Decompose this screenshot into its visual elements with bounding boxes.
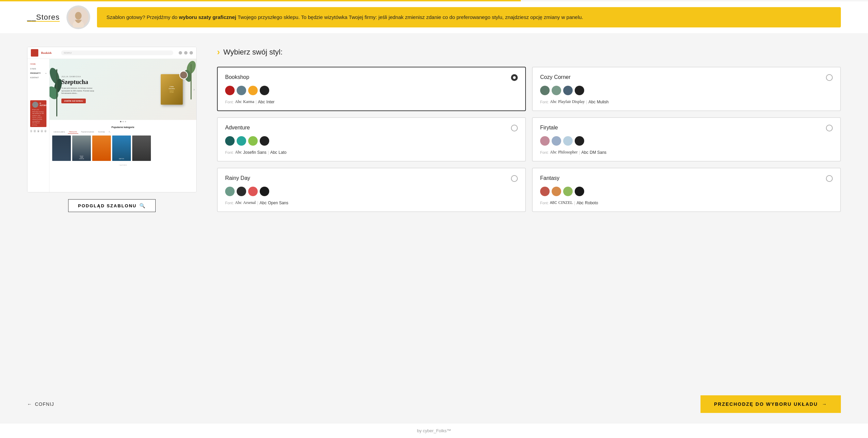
sim-menu-home: HOME — [27, 62, 49, 66]
color-dot-bookshop-3 — [260, 86, 269, 95]
card-name-adventure: Adventure — [225, 125, 250, 131]
radio-firytale — [826, 125, 833, 131]
color-dot-firytale-0 — [540, 136, 550, 146]
style-card-firytale[interactable]: Firytale Font: Abc Philosopher | Abc DM … — [532, 117, 841, 162]
back-button[interactable]: ← COFNIJ — [27, 401, 54, 407]
color-dot-cozy-corner-0 — [540, 86, 550, 95]
font-secondary-sample-adventure: Abc — [270, 150, 277, 155]
sim-menu-onas: O NAS — [27, 66, 49, 71]
color-dot-bookshop-2 — [248, 86, 258, 95]
back-button-label: COFNIJ — [35, 401, 54, 407]
card-fonts-bookshop: Font: Abc Karma | Abc Inter — [225, 99, 518, 104]
sim-ig: ◎ — [44, 130, 46, 132]
font-primary-name-fantasy: CINZEL — [558, 200, 573, 205]
font-secondary-name-fantasy: Roboto — [585, 201, 598, 205]
color-dot-firytale-3 — [575, 136, 584, 146]
font-divider-fantasy: | — [574, 201, 575, 205]
sim-social: f P ▶ ✦ ◎ — [27, 128, 49, 134]
sim-categories: Popularne kategorie Literatura piękna Hi… — [50, 123, 196, 164]
search-icon: 🔍 — [139, 203, 146, 208]
card-colors-cozy-corner — [540, 86, 833, 95]
main-content: Bookish SZUKAJ HOME O NAS — [0, 33, 868, 389]
font-primary-name-bookshop: Karma — [243, 99, 254, 104]
heading-arrow: › — [217, 47, 220, 57]
sim-about-box: O AUTORCE W tym polu tekstowym możesz wp… — [30, 100, 46, 127]
sim-author-photo — [179, 71, 188, 79]
sim-hero-subtitle: JULIA SAWICKA — [61, 76, 159, 78]
svg-rect-9 — [191, 64, 192, 100]
color-dot-adventure-3 — [260, 136, 269, 146]
sim-icon-cart — [190, 51, 193, 55]
color-dot-cozy-corner-3 — [575, 86, 584, 95]
style-card-rainy-day[interactable]: Rainy Day Font: Abc Arsenal | Abc Open S… — [217, 168, 526, 212]
sim-book-2: ZałuskiDWAODBICIA — [72, 135, 91, 161]
color-dot-fantasy-3 — [575, 187, 584, 196]
next-button-label: PRZECHODZĘ DO WYBORU UKŁADU — [714, 401, 818, 407]
card-name-cozy-corner: Cozy Corner — [540, 74, 571, 80]
style-card-bookshop[interactable]: Bookshop Font: Abc Karma | Abc Inter — [217, 67, 526, 111]
font-primary-sample-firytale: Abc — [550, 150, 557, 155]
style-card-adventure[interactable]: Adventure Font: Abc Josefin Sans | Abc L… — [217, 117, 526, 162]
color-dot-cozy-corner-1 — [552, 86, 561, 95]
sim-book-cover: LubaSawicka SZEPTUCHA — [161, 74, 183, 105]
copyright-text: by cyber_Folks™ — [417, 428, 451, 433]
sim-hero-text: JULIA SAWICKA Szeptucha To jest pole tek… — [60, 76, 161, 103]
font-secondary-name-cozy-corner: Mulish — [597, 100, 609, 104]
sim-hero: JULIA SAWICKA Szeptucha To jest pole tek… — [50, 59, 196, 120]
color-dot-bookshop-1 — [237, 86, 246, 95]
card-fonts-fantasy: Font: ABC CINZEL | Abc Roboto — [540, 200, 833, 205]
color-dot-bookshop-0 — [225, 86, 235, 95]
card-header-cozy-corner: Cozy Corner — [540, 74, 833, 81]
font-label-adventure: Font: — [225, 150, 234, 154]
font-secondary-sample-cozy-corner: Abc — [589, 100, 596, 104]
font-primary-sample-cozy-corner: Abc — [550, 99, 557, 104]
font-primary-sample-adventure: Abc — [235, 150, 242, 155]
sim-icon-heart — [184, 51, 188, 55]
sim-fb: f — [30, 130, 32, 132]
card-name-bookshop: Bookshop — [225, 74, 249, 80]
color-dot-rainy-day-3 — [260, 187, 269, 196]
sim-nav: Bookish SZUKAJ — [27, 47, 196, 59]
card-header-bookshop: Bookshop — [225, 74, 518, 81]
sim-plant-right — [181, 59, 196, 100]
sim-logo-img — [31, 49, 38, 57]
card-header-firytale: Firytale — [540, 125, 833, 131]
card-fonts-cozy-corner: Font: Abc Playfair Display | Abc Mulish — [540, 99, 833, 104]
sim-search-text: SZUKAJ — [64, 52, 72, 54]
color-dot-adventure-0 — [225, 136, 235, 146]
sim-cat-more: F... — [107, 130, 112, 134]
sim-book-4: MARTWE — [112, 135, 131, 161]
color-dot-firytale-2 — [563, 136, 573, 146]
font-divider-bookshop: | — [256, 100, 257, 104]
card-header-fantasy: Fantasy — [540, 175, 833, 182]
sim-chevron: › — [194, 88, 195, 91]
svg-rect-6 — [56, 69, 57, 117]
avatar — [66, 5, 90, 29]
sim-sp: ✦ — [41, 130, 43, 132]
sim-icons — [179, 51, 193, 55]
font-divider-rainy-day: | — [257, 201, 258, 205]
sim-book-area: LubaSawicka SZEPTUCHA — [161, 74, 183, 105]
font-secondary-name-bookshop: Inter — [267, 100, 275, 104]
font-primary-name-cozy-corner: Playfair Display — [558, 99, 585, 104]
card-colors-firytale — [540, 136, 833, 146]
card-colors-rainy-day — [225, 187, 518, 196]
font-divider-adventure: | — [268, 150, 269, 155]
banner-bold: wyboru szaty graficznej — [179, 14, 236, 20]
style-card-cozy-corner[interactable]: Cozy Corner Font: Abc Playfair Display |… — [532, 67, 841, 111]
sim-icon-person — [179, 51, 182, 55]
sim-cat-tabs: Literatura piękna Historyczne Popularnon… — [52, 130, 194, 134]
sim-sidebar: HOME O NAS PRODUKTY + KONTAKT O AUTORCE — [27, 59, 50, 192]
radio-adventure — [511, 125, 518, 131]
next-button[interactable]: PRZECHODZĘ DO WYBORU UKŁADU → — [701, 395, 841, 413]
color-dot-rainy-day-1 — [237, 187, 246, 196]
font-label-firytale: Font: — [540, 150, 549, 154]
preview-button[interactable]: PODGLĄD SZABLONU 🔍 — [68, 199, 156, 212]
sim-book-5 — [132, 135, 151, 161]
sim-books: ZałuskiDWAODBICIA MARTWE — [52, 135, 194, 161]
font-label-fantasy: Font: — [540, 201, 549, 205]
sim-cat-kryminaly: Kryminały — [97, 130, 106, 134]
style-card-fantasy[interactable]: Fantasy Font: ABC CINZEL | Abc Roboto — [532, 168, 841, 212]
logo: __Stores — [27, 13, 60, 22]
card-colors-adventure — [225, 136, 518, 146]
